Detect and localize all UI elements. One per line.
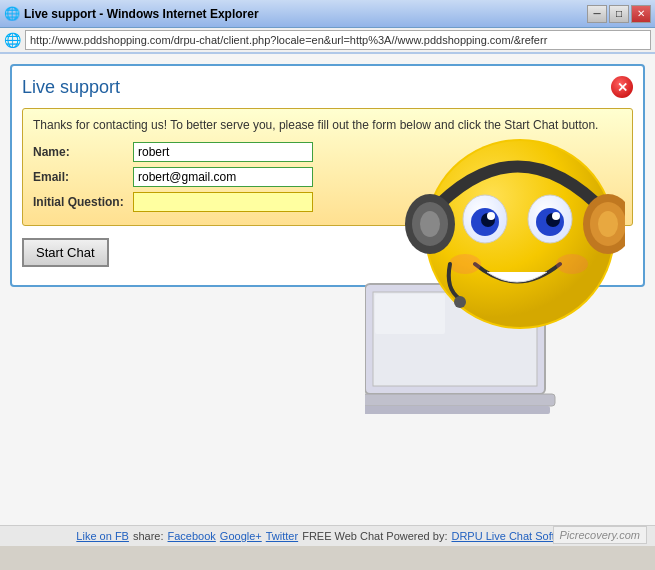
svg-point-23 [454,296,466,308]
window-title: Live support - Windows Internet Explorer [24,7,587,21]
svg-rect-2 [375,294,445,334]
share-text: share: [133,530,164,542]
svg-point-10 [487,212,495,220]
mascot-area [355,114,635,434]
email-label: Email: [33,170,133,184]
svg-rect-3 [365,394,555,406]
minimize-button[interactable]: ─ [587,5,607,23]
svg-point-19 [420,211,440,237]
question-input[interactable] [133,192,313,212]
watermark: Picrecovery.com [553,526,647,544]
name-input[interactable] [133,142,313,162]
panel-close-button[interactable]: ✕ [611,76,633,98]
svg-point-16 [556,254,588,274]
address-input[interactable] [25,30,651,50]
browser-content: Live support ✕ Thanks for contacting us!… [0,54,655,546]
start-chat-button[interactable]: Start Chat [22,238,109,267]
powered-text: FREE Web Chat Powered by: [302,530,447,542]
svg-point-22 [598,211,618,237]
facebook-link[interactable]: Facebook [168,530,216,542]
name-label: Name: [33,145,133,159]
close-window-button[interactable]: ✕ [631,5,651,23]
like-fb-link[interactable]: Like on FB [76,530,129,542]
googleplus-link[interactable]: Google+ [220,530,262,542]
svg-point-15 [449,254,481,274]
email-input[interactable] [133,167,313,187]
footer-area: Like on FB share: Facebook Google+ Twitt… [0,525,655,546]
svg-rect-4 [365,406,550,414]
footer-links: Like on FB share: Facebook Google+ Twitt… [76,530,578,542]
address-bar: 🌐 [0,28,655,54]
twitter-link[interactable]: Twitter [266,530,298,542]
window-controls: ─ □ ✕ [587,5,651,23]
maximize-button[interactable]: □ [609,5,629,23]
address-icon: 🌐 [4,32,21,48]
browser-icon: 🌐 [4,6,20,22]
svg-point-14 [552,212,560,220]
mascot-svg [365,124,625,424]
question-label: Initial Question: [33,195,133,209]
title-bar: 🌐 Live support - Windows Internet Explor… [0,0,655,28]
panel-header: Live support ✕ [22,76,633,98]
panel-title: Live support [22,77,120,98]
